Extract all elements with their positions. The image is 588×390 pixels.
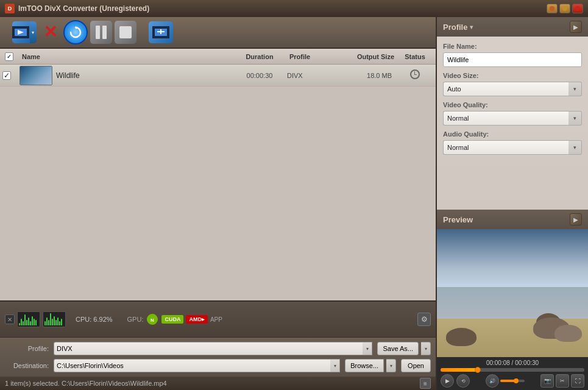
stop-button[interactable] [115,21,136,44]
preview-content: 00:00:08 / 00:00:30 ▶ ⟲ 🔊 [437,229,588,390]
select-all-checkbox[interactable]: ✓ [5,52,13,61]
clip-button[interactable]: ✂ [556,374,569,388]
audio-quality-select[interactable]: Normal [443,140,569,155]
bottom-status: 1 item(s) selected. C:\Users\Florin\Vide… [0,377,436,390]
row-checkbox[interactable]: ✓ [2,71,11,80]
video-size-select[interactable]: Auto [443,82,569,96]
profile-panel-expand-button[interactable]: ▶ [570,21,582,33]
output-folder-button[interactable] [149,21,173,43]
settings-button[interactable]: ⚙ [417,313,431,326]
destination-dropdown-button[interactable]: ▾ [330,359,340,372]
profile-panel-title: Profile ▾ [443,23,473,32]
audio-quality-field: Audio Quality: Normal ▾ [443,130,582,155]
browse-arrow-button[interactable]: ▾ [386,359,396,372]
toolbar: ▾ ✕ [0,17,436,49]
preview-controls: 00:00:08 / 00:00:30 ▶ ⟲ 🔊 [437,357,588,390]
cuda-badge: CUDA [161,315,183,324]
audio-quality-dropdown-button[interactable]: ▾ [569,140,582,155]
duration-cell: 00:00:30 [232,72,287,79]
video-quality-select[interactable]: Normal [443,111,569,126]
profile-panel-header: Profile ▾ ▶ [437,17,588,37]
file-name-cell: Wildlife [56,71,232,80]
duration-column-header: Duration [232,53,287,60]
check-all-column[interactable]: ✓ [2,52,19,61]
minimize-button[interactable] [547,4,558,13]
seal-group [521,302,582,345]
svg-point-2 [575,6,580,11]
nvidia-icon: N [146,313,159,326]
preview-seekbar[interactable] [441,368,584,372]
browse-button[interactable]: Browse... [345,359,384,372]
svg-point-1 [562,6,567,11]
profile-input[interactable] [54,342,363,355]
playback-buttons: ▶ ⟲ [441,374,470,388]
clock-icon [410,69,420,79]
cpu-value: 6.92% [93,316,112,323]
pause-button[interactable] [90,21,112,44]
info-button[interactable]: ≡ [420,378,431,389]
video-quality-dropdown-button[interactable]: ▾ [569,111,582,126]
save-as-arrow-button[interactable]: ▾ [421,342,431,355]
player-controls: ▶ ⟲ 🔊 📷 ✂ ⛶ [441,374,584,388]
volume-control: 🔊 [486,374,525,388]
file-name-field: File Name: [443,43,582,67]
maximize-button[interactable] [559,4,570,13]
profile-cell: DIVX [287,72,336,79]
status-column-header: Status [397,53,433,60]
window-title: ImTOO DivX Converter (Unregistered) [18,4,545,13]
svg-rect-12 [152,26,169,29]
file-thumbnail [19,66,52,85]
volume-fill [500,380,515,382]
preview-panel-title: Preview [443,215,473,224]
save-as-button[interactable]: Save As... [377,342,419,355]
close-button[interactable] [572,4,583,13]
clear-button[interactable]: ✕ [5,314,15,324]
file-list-header: ✓ Name Duration Profile Output Size Stat… [0,49,436,65]
fullscreen-button[interactable]: ⛶ [571,374,584,388]
mute-button[interactable]: 🔊 [486,374,499,388]
back-button[interactable]: ⟲ [456,374,470,388]
convert-button[interactable] [63,20,88,44]
destination-label: Destination: [5,362,49,369]
gpu-section: GPU: N CUDA AMD▸ APP [127,313,222,326]
video-quality-field: Video Quality: Normal ▾ [443,101,582,126]
remove-button[interactable]: ✕ [39,21,61,44]
cpu-label: CPU: 6.92% [76,316,113,323]
volume-thumb[interactable] [514,378,519,383]
profile-column-header: Profile [287,53,336,60]
profile-dropdown-button[interactable]: ▾ [363,342,372,355]
extra-controls: 📷 ✂ ⛶ [540,374,584,388]
status-area: ✕ CPU: 6.92% GPU: N CUDA AMD▸ APP ⚙ [0,300,436,337]
destination-input[interactable] [54,359,330,372]
app-label: APP [210,316,222,323]
gpu-label: GPU: [127,316,144,323]
audio-quality-select-container: Normal ▾ [443,140,582,155]
svg-marker-9 [76,26,78,29]
progress-thumb[interactable] [475,367,481,373]
add-video-button[interactable]: ▾ [12,21,37,44]
output-size-column-header: Output Size [336,53,397,60]
audio-quality-label: Audio Quality: [443,130,582,138]
profile-row: Profile: ▾ Save As... ▾ [5,340,431,357]
video-size-field: Video Size: Auto ▾ [443,72,582,96]
preview-panel-expand-button[interactable]: ▶ [570,213,582,225]
screenshot-button[interactable]: 📷 [540,374,554,388]
play-button[interactable]: ▶ [441,374,454,388]
svg-rect-13 [152,36,169,38]
profile-content: File Name: Video Size: Auto ▾ Video Qual… [437,37,588,210]
svg-point-0 [550,6,554,11]
preview-panel-header: Preview ▶ [437,210,588,229]
cpu-chart [17,311,40,327]
file-name-input[interactable] [443,52,582,67]
amd-badge: AMD▸ [186,315,208,324]
volume-slider[interactable] [500,380,525,382]
time-display: 00:00:08 / 00:00:30 [441,360,584,366]
status-cell [397,69,433,81]
open-button[interactable]: Open [401,359,431,372]
profile-label: Profile: [5,345,49,352]
video-size-dropdown-button[interactable]: ▾ [569,82,582,96]
table-row[interactable]: ✓ Wildlife 00:00:30 DIVX 18.0 MB [0,65,436,87]
name-column-header: Name [19,53,232,60]
video-size-select-container: Auto ▾ [443,82,582,96]
chart-controls: ✕ [5,311,66,327]
